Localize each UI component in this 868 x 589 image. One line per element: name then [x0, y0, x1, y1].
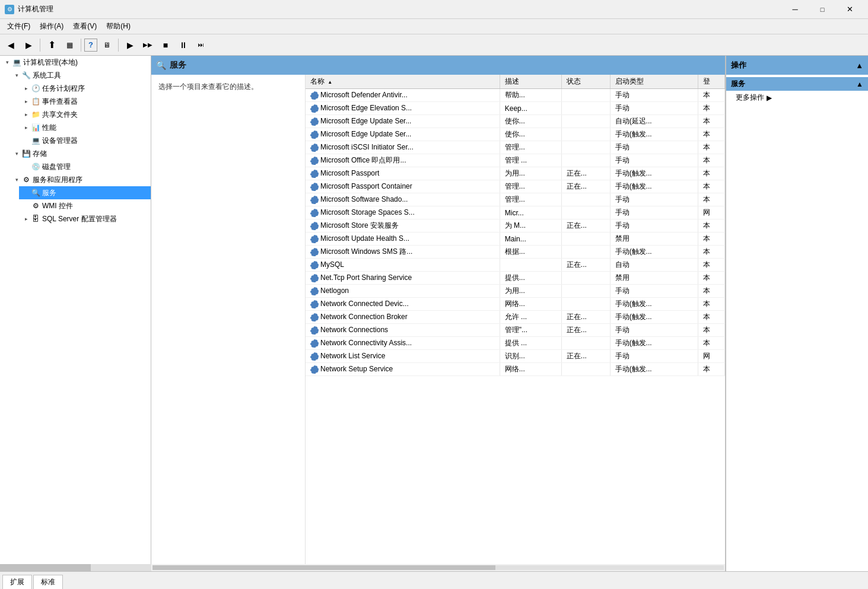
table-row[interactable]: Microsoft Passport为用...正在...手动(触发...本 [306, 167, 725, 180]
table-row[interactable]: Microsoft Software Shado...管理...手动本 [306, 193, 725, 206]
table-row[interactable]: Microsoft Store 安装服务为 M...正在...手动本 [306, 219, 725, 233]
table-row[interactable]: Net.Tcp Port Sharing Service提供...禁用本 [306, 272, 725, 285]
toolbar-show-hide[interactable]: ▦ [61, 37, 78, 53]
icon-device-manager: 💻 [31, 136, 40, 145]
table-row[interactable]: Network Setup Service网络...手动(触发...本 [306, 363, 725, 376]
menu-view[interactable]: 查看(V) [68, 20, 101, 33]
service-login-cell: 本 [698, 115, 725, 128]
actions-section-title-services[interactable]: 服务 ▲ [726, 77, 868, 91]
toolbar-stop[interactable]: ■ [157, 37, 174, 53]
tree-item-services-apps[interactable]: ▾ ⚙ 服务和应用程序 [9, 173, 151, 186]
expand-sql-server[interactable]: ▸ [21, 214, 31, 224]
table-row[interactable]: Microsoft Defender Antivir...帮助...手动本 [306, 89, 725, 102]
service-desc-cell: 使你... [500, 128, 561, 141]
table-row[interactable]: Microsoft Edge Elevation S...Keep...手动本 [306, 102, 725, 115]
minimize-button[interactable]: ─ [781, 0, 809, 19]
actions-more-actions[interactable]: 更多操作 ▶ [726, 91, 868, 104]
toolbar-play2[interactable]: ▶▶ [139, 37, 156, 53]
service-desc-cell: 使你... [500, 115, 561, 128]
table-row[interactable]: MySQL正在...自动本 [306, 259, 725, 272]
table-row[interactable]: Network Connectivity Assis...提供 ...手动(触发… [306, 337, 725, 350]
table-row[interactable]: Microsoft iSCSI Initiator Ser...管理...手动本 [306, 141, 725, 154]
service-startup-cell: 手动(触发... [610, 167, 698, 180]
table-row[interactable]: Microsoft Edge Update Ser...使你...手动(触发..… [306, 128, 725, 141]
expand-computer-mgmt[interactable]: ▾ [2, 58, 12, 67]
col-header-login[interactable]: 登 [698, 75, 725, 89]
menu-file[interactable]: 文件(F) [2, 20, 35, 33]
service-status-cell [561, 154, 610, 167]
table-row[interactable]: Microsoft Storage Spaces S...Micr...手动网 [306, 206, 725, 219]
icon-services-apps: ⚙ [21, 175, 31, 184]
icon-storage: 💾 [21, 149, 31, 158]
service-status-cell [561, 141, 610, 154]
toolbar-play[interactable]: ▶ [122, 37, 138, 53]
tree-item-event-viewer[interactable]: ▸ 📋 事件查看器 [19, 95, 151, 108]
table-row[interactable]: Network List Service识别...正在...手动网 [306, 350, 725, 363]
menu-help[interactable]: 帮助(H) [101, 20, 135, 33]
tree-item-computer-mgmt[interactable]: ▾ 💻 计算机管理(本地) [0, 56, 151, 69]
toolbar-help[interactable]: ? [84, 39, 97, 52]
icon-event-viewer: 📋 [31, 97, 40, 106]
expand-storage[interactable]: ▾ [12, 149, 21, 158]
toolbar-view[interactable]: 🖥 [98, 37, 115, 53]
table-area[interactable]: 名称 ▲ 描述 状态 启动类型 登 Microsoft D [306, 75, 725, 564]
table-row[interactable]: Netlogon为用...手动本 [306, 285, 725, 298]
tree-item-sql-server[interactable]: ▸ 🗄 SQL Server 配置管理器 [19, 212, 151, 225]
table-row[interactable]: Microsoft Edge Update Ser...使你...自动(延迟..… [306, 115, 725, 128]
tree-item-performance[interactable]: ▸ 📊 性能 [19, 121, 151, 134]
toolbar-pause[interactable]: ⏸ [175, 37, 192, 53]
toolbar-forward[interactable]: ▶ [20, 37, 37, 53]
tree-item-system-tools[interactable]: ▾ 🔧 系统工具 [9, 69, 151, 82]
table-row[interactable]: Network Connected Devic...网络...手动(触发...本 [306, 298, 725, 311]
expand-task-scheduler[interactable]: ▸ [21, 84, 31, 93]
expand-system-tools[interactable]: ▾ [12, 71, 21, 80]
tree-item-storage[interactable]: ▾ 💾 存储 [9, 147, 151, 160]
tab-standard[interactable]: 标准 [33, 575, 63, 589]
tree-item-disk-mgmt[interactable]: ▸ 💿 磁盘管理 [19, 160, 151, 173]
services-search-icon: 🔍 [156, 61, 166, 70]
actions-up-arrow[interactable]: ▲ [856, 61, 863, 70]
tab-expand[interactable]: 扩展 [2, 575, 32, 589]
service-desc-cell: 网络... [500, 298, 561, 311]
tree-item-shared-folders[interactable]: ▸ 📁 共享文件夹 [19, 108, 151, 121]
tree-item-services[interactable]: ▸ 🔍 服务 [19, 186, 151, 199]
tree-item-task-scheduler[interactable]: ▸ 🕐 任务计划程序 [19, 82, 151, 95]
service-name-cell: Network Connected Devic... [306, 298, 500, 311]
tree-item-device-manager[interactable]: ▸ 💻 设备管理器 [19, 134, 151, 147]
col-header-desc[interactable]: 描述 [500, 75, 561, 89]
toolbar-back[interactable]: ◀ [2, 37, 19, 53]
toolbar-sep2 [81, 39, 81, 52]
expand-event-viewer[interactable]: ▸ [21, 97, 31, 106]
service-status-cell [561, 285, 610, 298]
service-desc-cell: 识别... [500, 350, 561, 363]
table-row[interactable]: Microsoft Office 即点即用...管理 ...手动本 [306, 154, 725, 167]
bottom-tabs: 扩展 标准 [0, 571, 868, 589]
expand-services-apps[interactable]: ▾ [12, 175, 21, 184]
maximize-button[interactable]: □ [809, 0, 836, 19]
menu-bar: 文件(F) 操作(A) 查看(V) 帮助(H) [0, 19, 868, 34]
table-row[interactable]: Microsoft Update Health S...Main...禁用本 [306, 233, 725, 246]
table-row[interactable]: Microsoft Windows SMS 路...根据...手动(触发...本 [306, 246, 725, 259]
table-row[interactable]: Network Connection Broker允许 ...正在...手动(触… [306, 311, 725, 324]
close-button[interactable]: ✕ [836, 0, 863, 19]
toolbar-up[interactable]: ⬆ [43, 37, 60, 53]
service-startup-cell: 手动 [610, 206, 698, 219]
h-scrollbar[interactable] [151, 564, 725, 571]
col-header-status[interactable]: 状态 [561, 75, 610, 89]
expand-shared-folders[interactable]: ▸ [21, 110, 31, 119]
service-startup-cell: 手动 [610, 89, 698, 102]
tree-item-wmi[interactable]: ▸ ⚙ WMI 控件 [19, 199, 151, 212]
icon-disk-mgmt: 💿 [31, 162, 40, 171]
col-header-name[interactable]: 名称 ▲ [306, 75, 500, 89]
service-name-cell: Microsoft Defender Antivir... [306, 89, 500, 102]
title-bar-left: ⚙ 计算机管理 [5, 4, 53, 14]
expand-performance[interactable]: ▸ [21, 123, 31, 132]
col-header-startup[interactable]: 启动类型 [610, 75, 698, 89]
table-row[interactable]: Network Connections管理"...正在...手动本 [306, 324, 725, 337]
toolbar-restart[interactable]: ⏭ [193, 37, 209, 53]
service-desc-cell: 为用... [500, 167, 561, 180]
toolbar-sep3 [118, 39, 119, 52]
menu-action[interactable]: 操作(A) [35, 20, 68, 33]
label-storage: 存储 [33, 149, 47, 159]
table-row[interactable]: Microsoft Passport Container管理...正在...手动… [306, 180, 725, 193]
